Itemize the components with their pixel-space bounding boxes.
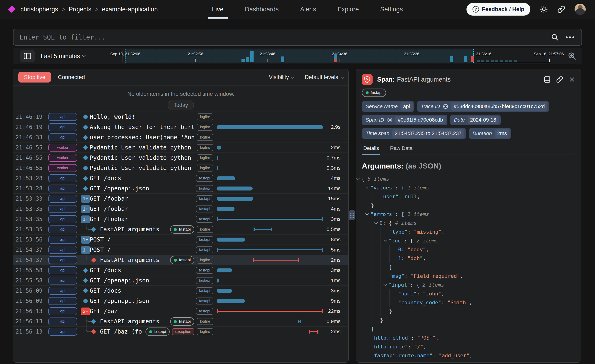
meta-chip-date[interactable]: Date2024-09-18 bbox=[450, 114, 501, 125]
json-collapse-toggle-icon[interactable] bbox=[356, 177, 360, 180]
visibility-dropdown[interactable]: Visibility bbox=[269, 74, 294, 80]
tag-logfire[interactable]: logfire bbox=[197, 164, 213, 171]
default-levels-dropdown[interactable]: Default levels bbox=[305, 74, 343, 80]
tag-logfire[interactable]: logfire bbox=[197, 124, 213, 131]
search-icon[interactable] bbox=[551, 33, 559, 41]
question-icon: ? bbox=[473, 6, 479, 13]
trace-row[interactable]: 21:46:19apiHello, world!logfire bbox=[13, 112, 348, 122]
tag-fastapi[interactable]: fastapi bbox=[196, 236, 213, 243]
dock-panel-icon[interactable] bbox=[544, 76, 551, 83]
tag-fastapi[interactable]: fastapi bbox=[196, 216, 213, 223]
tab-raw-data[interactable]: Raw Data bbox=[390, 144, 413, 155]
meta-chip-time-span[interactable]: Time span21:54:37.235 to 21:54:37.237 bbox=[362, 128, 466, 139]
tag-fastapi[interactable]: fastapi bbox=[196, 298, 213, 305]
trace-row[interactable]: 21:53:28apiGET /openapi.jsonfastapi14ms bbox=[13, 183, 348, 193]
tag-logfire[interactable]: logfire bbox=[197, 328, 213, 335]
timeline-tick-label: 21:52:56 bbox=[188, 52, 203, 57]
tag-logfire[interactable]: logfire bbox=[197, 114, 213, 120]
tag-fastapi[interactable]: fastapi bbox=[170, 317, 194, 326]
trace-row[interactable]: 21:56:13apiFastAPI argumentsfastapilogfi… bbox=[13, 316, 348, 326]
trace-row[interactable]: 21:56:13api2−GET /bazfastapi22ms bbox=[13, 306, 348, 316]
duration-bar bbox=[217, 248, 323, 252]
duration-label: 0.3ms bbox=[308, 163, 340, 173]
stop-live-button[interactable]: Stop live bbox=[18, 72, 51, 83]
tag-fastapi[interactable]: fastapi bbox=[196, 287, 213, 294]
trace-row[interactable]: 21:53:28apiGET /docsfastapi4ms bbox=[13, 173, 348, 183]
duration-label: 14ms bbox=[308, 183, 340, 194]
tag-fastapi[interactable]: fastapi bbox=[196, 175, 213, 182]
tag-logfire[interactable]: logfire bbox=[197, 318, 213, 325]
trace-row[interactable]: 21:55:58apiGET /openapi.jsonfastapi1ms bbox=[13, 275, 348, 285]
tag-logfire[interactable]: logfire bbox=[197, 257, 213, 264]
trace-row[interactable]: 21:56:13apiGET /baz (fofastapiexceptionl… bbox=[13, 326, 348, 336]
meta-chip-trace-id[interactable]: Trace ID#53ddc40980a86b57bfe89c1cc01c752… bbox=[417, 101, 549, 112]
trace-row[interactable]: 21:53:35apiFastAPI argumentsfastapilogfi… bbox=[13, 224, 348, 234]
tag-fastapi[interactable]: fastapi bbox=[196, 277, 213, 284]
tab-details[interactable]: Details bbox=[363, 144, 379, 155]
close-icon[interactable] bbox=[569, 76, 575, 83]
tag-fastapi[interactable]: fastapi bbox=[196, 308, 213, 315]
trace-row[interactable]: 21:56:09apiGET /docsfastapi3ms bbox=[13, 285, 348, 296]
duration-bar-track bbox=[217, 275, 323, 286]
timeline-zoom-in-icon[interactable] bbox=[567, 51, 577, 61]
tag-fastapi[interactable]: fastapi bbox=[170, 225, 194, 234]
trace-row[interactable]: 21:53:35api1−GET /foobarfastapi3ms bbox=[13, 214, 348, 224]
meta-chip-service-name[interactable]: Service Nameapi bbox=[362, 101, 414, 112]
trace-row[interactable]: 21:54:37api1−POST /fastapi5ms bbox=[13, 244, 348, 255]
trace-row[interactable]: 21:53:33api1+GET /foobarfastapi15ms bbox=[13, 193, 348, 204]
more-options-icon[interactable]: ••• bbox=[566, 34, 575, 41]
timeline-tick-label: 21:53:46 bbox=[260, 52, 275, 57]
tab-settings[interactable]: Settings bbox=[380, 0, 403, 19]
tab-explore[interactable]: Explore bbox=[338, 0, 359, 19]
duration-bar-track bbox=[217, 173, 323, 183]
trace-row[interactable]: 21:55:58apiGET /docsfastapi3ms bbox=[13, 265, 348, 275]
meta-chip-duration[interactable]: Duration2ms bbox=[469, 128, 511, 139]
time-range-selector[interactable]: Last 5 minutes bbox=[41, 52, 85, 60]
trace-row[interactable]: 21:53:35api1+GET /foobarfastapi4ms bbox=[13, 204, 348, 214]
tag-fastapi[interactable]: fastapi bbox=[170, 256, 194, 264]
tag-fastapi[interactable]: fastapi bbox=[196, 206, 213, 213]
trace-row[interactable]: 21:46:55workerPydantic User validate_pyt… bbox=[13, 163, 348, 173]
breadcrumb-projects[interactable]: Projects bbox=[69, 6, 92, 13]
theme-toggle-icon[interactable] bbox=[540, 5, 548, 14]
tag-logfire[interactable]: logfire bbox=[197, 144, 213, 151]
panel-resize-handle[interactable] bbox=[349, 210, 355, 220]
service-tag-fastapi[interactable]: fastapi bbox=[362, 89, 386, 97]
today-button[interactable]: Today bbox=[168, 100, 194, 110]
tab-alerts[interactable]: Alerts bbox=[300, 0, 316, 19]
tag-logfire[interactable]: logfire bbox=[197, 226, 213, 233]
share-link-icon[interactable] bbox=[557, 5, 565, 13]
feedback-help-button[interactable]: ? Feedback / Help bbox=[467, 3, 530, 15]
tab-dashboards[interactable]: Dashboards bbox=[245, 0, 279, 19]
tag-fastapi[interactable]: fastapi bbox=[196, 246, 213, 253]
tag-fastapi[interactable]: fastapi bbox=[196, 267, 213, 274]
breadcrumb-org[interactable]: christophergs bbox=[21, 6, 58, 13]
json-line: 0: { 4 items bbox=[362, 219, 575, 228]
trace-row[interactable]: 21:56:09apiGET /openapi.jsonfastapi9ms bbox=[13, 296, 348, 306]
timeline-selection[interactable] bbox=[125, 49, 474, 63]
tag-fastapi[interactable]: fastapi bbox=[196, 185, 213, 192]
meta-chip-span-id[interactable]: Span ID#0e31f5fd70e08cdb bbox=[362, 114, 447, 125]
trace-row[interactable]: 21:53:56api1+POST /fastapi8ms bbox=[13, 234, 348, 244]
timeline-axis-tick bbox=[549, 59, 550, 62]
tag-fastapi[interactable]: fastapi bbox=[196, 195, 213, 202]
tag-logfire[interactable]: logfire bbox=[197, 134, 213, 141]
link-icon[interactable] bbox=[443, 104, 448, 109]
trace-row[interactable]: 21:54:37apiFastAPI argumentsfastapilogfi… bbox=[13, 255, 348, 265]
logfire-logo-icon[interactable] bbox=[8, 6, 15, 13]
copy-link-icon[interactable] bbox=[556, 76, 563, 83]
trace-row[interactable]: 21:46:19apiAsking the user for their bir… bbox=[13, 122, 348, 132]
sql-filter-input[interactable] bbox=[20, 34, 551, 41]
breadcrumb-project[interactable]: example-application bbox=[102, 6, 158, 13]
trace-row[interactable]: 21:46:55workerPydantic User validate_pyt… bbox=[13, 142, 348, 152]
link-icon[interactable] bbox=[387, 117, 393, 123]
nav-right-cluster: ? Feedback / Help bbox=[467, 3, 586, 15]
sidebar-toggle-button[interactable] bbox=[20, 50, 35, 62]
user-avatar[interactable] bbox=[574, 4, 586, 15]
trace-row[interactable]: 21:46:55workerPydantic User validate_pyt… bbox=[13, 152, 348, 163]
trace-row[interactable]: 21:46:33apiuser processed: User(name='An… bbox=[13, 132, 348, 142]
tab-live[interactable]: Live bbox=[212, 0, 224, 19]
tag-fastapi[interactable]: fastapi bbox=[146, 328, 170, 336]
tag-logfire[interactable]: logfire bbox=[197, 154, 213, 161]
tag-exception[interactable]: exception bbox=[172, 328, 195, 335]
